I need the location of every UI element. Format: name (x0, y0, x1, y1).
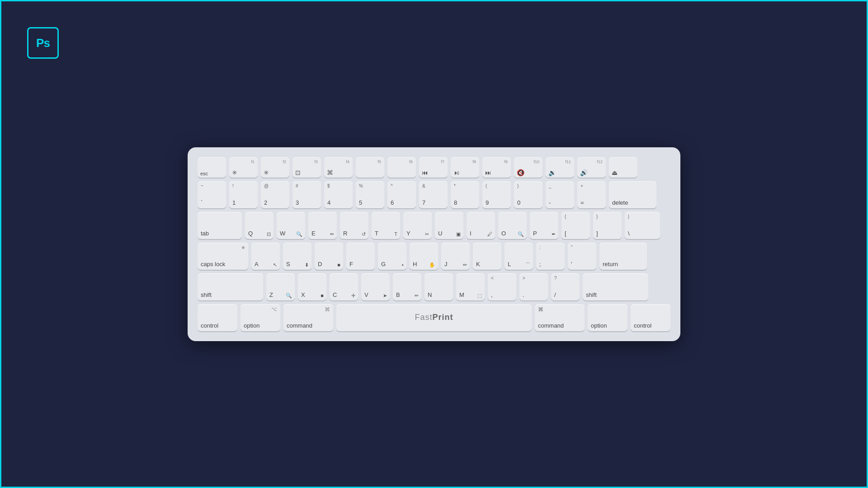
key-return[interactable]: return (599, 243, 647, 270)
key-tab[interactable]: tab (198, 212, 242, 239)
key-f6[interactable]: f6 (387, 157, 416, 178)
key-ctrl-right[interactable]: control (631, 304, 670, 331)
x-tool-icon: ■ (321, 293, 324, 298)
g-tool-icon: ▪ (402, 263, 404, 267)
key-t[interactable]: T T (372, 212, 400, 239)
key-f2[interactable]: f2 ✳ (261, 157, 289, 178)
key-f8[interactable]: f8 ⏯ (451, 157, 479, 178)
key-f4[interactable]: f4 ⌘ (324, 157, 353, 178)
key-command-left[interactable]: ⌘ command (283, 304, 333, 331)
key-e[interactable]: E ✏ (308, 212, 337, 239)
key-d[interactable]: D ■ (315, 243, 343, 270)
s-tool-icon: ⬇ (305, 263, 309, 267)
key-5[interactable]: % 5 (356, 181, 384, 208)
key-shift-left[interactable]: shift (198, 273, 263, 300)
key-backtick[interactable]: ~ ` (198, 181, 226, 208)
l-tool-icon: ⌒ (525, 263, 530, 267)
key-shift-right[interactable]: shift (583, 273, 648, 300)
key-p[interactable]: P ✒ (530, 212, 558, 239)
key-x[interactable]: X ■ (298, 273, 326, 300)
asdf-row: caps lock A ↖ S ⬇ D ■ F G ▪ H ✋ J ✏ (198, 243, 670, 270)
key-equals[interactable]: + = (577, 181, 606, 208)
key-space[interactable]: FastPrint (336, 304, 532, 331)
key-command-right[interactable]: ⌘ command (535, 304, 585, 331)
key-0[interactable]: ) 0 (514, 181, 542, 208)
key-u[interactable]: U ▣ (435, 212, 463, 239)
key-slash[interactable]: ? / (551, 273, 580, 300)
key-a[interactable]: A ↖ (251, 243, 280, 270)
key-bracket-l[interactable]: { [ (561, 212, 590, 239)
key-f10[interactable]: f10 🔇 (514, 157, 542, 178)
key-delete[interactable]: delete (609, 181, 656, 208)
key-b[interactable]: B ✏ (393, 273, 421, 300)
key-9[interactable]: ( 9 (482, 181, 511, 208)
key-z[interactable]: Z 🔍 (266, 273, 295, 300)
h-tool-icon: ✋ (429, 263, 435, 267)
key-f7[interactable]: f7 ⏮ (419, 157, 448, 178)
key-q[interactable]: Q ⊡ (245, 212, 274, 239)
key-8[interactable]: * 8 (451, 181, 479, 208)
key-semicolon[interactable]: : ; (536, 243, 565, 270)
w-tool-icon: 🔍 (296, 232, 302, 237)
key-h[interactable]: H ✋ (410, 243, 438, 270)
key-period[interactable]: > . (519, 273, 548, 300)
key-quote[interactable]: " ' (568, 243, 596, 270)
c-tool-icon: ✛ (351, 293, 355, 298)
bottom-row: control ⌥ option ⌘ command FastPrint ⌘ c… (198, 304, 670, 331)
p-tool-icon: ✒ (552, 232, 556, 237)
fn-row: esc f1 ✳ f2 ✳ f3 ⊡ f4 ⌘ f5 f6 f7 ⏮ f8 (198, 157, 670, 178)
key-f3[interactable]: f3 ⊡ (292, 157, 321, 178)
key-f11[interactable]: f11 🔉 (546, 157, 574, 178)
key-2[interactable]: @ 2 (261, 181, 289, 208)
key-eject[interactable]: ⏏ (609, 157, 637, 178)
key-bracket-r[interactable]: } ] (593, 212, 622, 239)
key-v[interactable]: V ➤ (361, 273, 390, 300)
key-minus[interactable]: _ - (546, 181, 574, 208)
key-f1[interactable]: f1 ✳ (229, 157, 258, 178)
key-w[interactable]: W 🔍 (277, 212, 305, 239)
key-i[interactable]: I 🖊 (467, 212, 495, 239)
ps-logo: Ps (27, 27, 59, 59)
key-s[interactable]: S ⬇ (283, 243, 311, 270)
key-m[interactable]: M ⬚ (456, 273, 485, 300)
key-caps-lock[interactable]: caps lock (198, 243, 248, 270)
brand-text: FastPrint (415, 313, 453, 322)
key-f[interactable]: F (346, 243, 375, 270)
key-6[interactable]: ^ 6 (387, 181, 416, 208)
key-1[interactable]: ! 1 (229, 181, 258, 208)
key-backslash[interactable]: | \ (625, 212, 660, 239)
key-option-left[interactable]: ⌥ option (241, 304, 280, 331)
key-comma[interactable]: < , (488, 273, 516, 300)
key-f12[interactable]: f12 🔊 (577, 157, 606, 178)
key-3[interactable]: # 3 (292, 181, 321, 208)
key-4[interactable]: $ 4 (324, 181, 353, 208)
key-y[interactable]: Y ✂ (403, 212, 432, 239)
qwerty-row: tab Q ⊡ W 🔍 E ✏ R ↺ T T Y ✂ U ▣ (198, 212, 670, 239)
key-g[interactable]: G ▪ (378, 243, 406, 270)
key-7[interactable]: & 7 (419, 181, 448, 208)
b-tool-icon: ✏ (415, 293, 419, 298)
v-tool-icon: ➤ (383, 293, 387, 298)
r-tool-icon: ↺ (362, 232, 366, 237)
key-k[interactable]: K (473, 243, 501, 270)
key-f5[interactable]: f5 (356, 157, 384, 178)
key-c[interactable]: C ✛ (330, 273, 358, 300)
d-tool-icon: ■ (337, 263, 340, 267)
number-row: ~ ` ! 1 @ 2 # 3 $ 4 % 5 ^ 6 & 7 (198, 181, 670, 208)
logo-text: Ps (36, 36, 50, 50)
j-tool-icon: ✏ (463, 263, 467, 267)
caps-indicator (242, 246, 245, 249)
key-l[interactable]: L ⌒ (505, 243, 533, 270)
key-f9[interactable]: f9 ⏭ (482, 157, 511, 178)
key-ctrl-left[interactable]: control (198, 304, 237, 331)
m-tool-icon: ⬚ (477, 293, 482, 298)
key-r[interactable]: R ↺ (340, 212, 368, 239)
key-j[interactable]: J ✏ (441, 243, 470, 270)
e-tool-icon: ✏ (330, 232, 334, 237)
key-n[interactable]: N (425, 273, 453, 300)
key-esc[interactable]: esc (198, 157, 226, 178)
zxcv-row: shift Z 🔍 X ■ C ✛ V ➤ B ✏ N M ⬚ < (198, 273, 670, 300)
key-o[interactable]: O 🔍 (498, 212, 527, 239)
t-tool-icon: T (394, 232, 397, 237)
key-option-right[interactable]: option (588, 304, 627, 331)
